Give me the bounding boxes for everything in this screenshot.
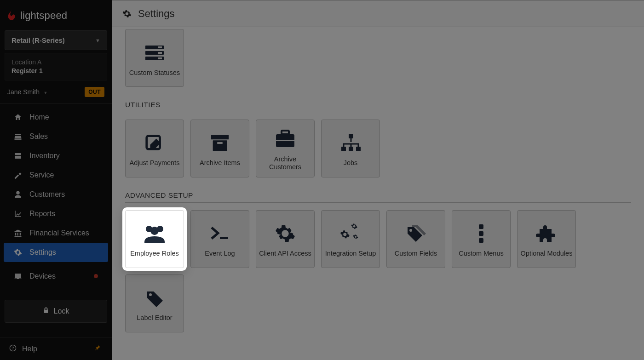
svg-rect-12 bbox=[282, 131, 289, 134]
card-archive-items[interactable]: Archive Items bbox=[190, 120, 249, 177]
lock-button[interactable]: Lock bbox=[5, 300, 107, 323]
svg-rect-5 bbox=[158, 46, 162, 48]
divider bbox=[125, 112, 631, 112]
sidebar-item-settings[interactable]: Settings bbox=[4, 243, 108, 262]
help-label: Help bbox=[22, 345, 37, 353]
svg-rect-7 bbox=[158, 57, 162, 59]
sidebar-item-label: Sales bbox=[29, 132, 48, 141]
card-integration-setup[interactable]: Integration Setup bbox=[321, 210, 380, 268]
sidebar-item-service[interactable]: Service bbox=[4, 166, 108, 185]
pin-button[interactable] bbox=[84, 337, 112, 360]
card-employee-roles[interactable]: Employee Roles bbox=[125, 210, 184, 268]
drawer-icon bbox=[14, 152, 22, 160]
users-icon bbox=[143, 221, 167, 246]
briefcase-icon bbox=[274, 127, 296, 152]
page-title: Settings bbox=[138, 8, 175, 20]
svg-point-23 bbox=[409, 229, 412, 232]
card-custom-menus[interactable]: Custom Menus bbox=[452, 210, 511, 268]
hammer-icon bbox=[14, 171, 22, 179]
svg-rect-22 bbox=[220, 237, 228, 239]
gear-icon bbox=[14, 248, 22, 257]
card-label: Custom Fields bbox=[395, 250, 437, 257]
card-client-api-access[interactable]: Client API Access bbox=[256, 210, 315, 268]
settings-content: Custom Statuses UTILITIES Adjust Payment… bbox=[112, 27, 644, 351]
user-icon bbox=[14, 190, 22, 199]
card-event-log[interactable]: Event Log bbox=[190, 210, 249, 268]
svg-rect-16 bbox=[341, 147, 346, 151]
lock-button-label: Lock bbox=[54, 307, 69, 315]
svg-rect-10 bbox=[213, 141, 227, 151]
sidebar-item-home[interactable]: Home bbox=[4, 108, 108, 127]
card-archive-customers[interactable]: Archive Customers bbox=[256, 120, 315, 177]
tags-icon bbox=[405, 221, 427, 246]
card-jobs[interactable]: Jobs bbox=[321, 120, 380, 177]
svg-rect-9 bbox=[211, 135, 229, 140]
svg-rect-25 bbox=[479, 231, 483, 236]
card-label: Label Editor bbox=[137, 314, 172, 322]
bank-icon bbox=[14, 229, 22, 237]
sidebar-item-label: Devices bbox=[29, 272, 56, 280]
alert-dot-icon bbox=[94, 274, 98, 278]
hierarchy-icon bbox=[339, 131, 362, 155]
help-icon: ? bbox=[9, 344, 17, 354]
shop-selector[interactable]: Retail (R-Series) ▼ bbox=[5, 30, 107, 50]
card-label: Custom Statuses bbox=[129, 69, 180, 76]
svg-rect-14 bbox=[276, 140, 294, 141]
sidebar-item-label: Inventory bbox=[29, 152, 60, 160]
svg-rect-15 bbox=[349, 134, 353, 138]
edit-box-icon bbox=[144, 131, 165, 155]
svg-rect-6 bbox=[158, 52, 162, 54]
section-title-advanced: ADVANCED SETUP bbox=[125, 191, 631, 200]
card-optional-modules[interactable]: Optional Modules bbox=[517, 210, 576, 268]
sidebar-item-label: Settings bbox=[29, 248, 56, 257]
brand-logo: lightspeed bbox=[0, 0, 112, 30]
sidebar-item-inventory[interactable]: Inventory bbox=[4, 146, 108, 166]
sidebar-item-sales[interactable]: Sales bbox=[4, 127, 108, 146]
home-icon bbox=[14, 113, 22, 121]
svg-point-27 bbox=[149, 293, 152, 296]
sidebar-footer: ? Help bbox=[0, 337, 112, 360]
sidebar-item-customers[interactable]: Customers bbox=[4, 185, 108, 204]
card-custom-statuses[interactable]: Custom Statuses bbox=[125, 29, 184, 87]
sidebar: lightspeed Retail (R-Series) ▼ Location … bbox=[0, 0, 112, 360]
card-label: Optional Modules bbox=[521, 250, 573, 257]
svg-text:?: ? bbox=[12, 346, 14, 350]
location-register-box[interactable]: Location A Register 1 bbox=[5, 53, 107, 80]
svg-rect-17 bbox=[349, 147, 353, 151]
svg-point-21 bbox=[150, 227, 159, 235]
sidebar-item-label: Service bbox=[29, 171, 54, 179]
svg-rect-26 bbox=[479, 238, 483, 243]
help-button[interactable]: ? Help bbox=[0, 337, 84, 360]
chart-icon bbox=[14, 210, 22, 218]
lock-icon bbox=[43, 307, 49, 316]
card-label: Archive Customers bbox=[259, 155, 311, 171]
flame-icon bbox=[6, 9, 17, 22]
card-adjust-payments[interactable]: Adjust Payments bbox=[125, 120, 184, 177]
terminal-icon bbox=[210, 221, 230, 246]
pin-icon bbox=[95, 344, 101, 354]
sidebar-item-label: Financial Services bbox=[29, 229, 89, 237]
shop-selector-label: Retail (R-Series) bbox=[12, 36, 65, 44]
clock-status-badge[interactable]: OUT bbox=[85, 87, 104, 97]
card-label: Archive Items bbox=[200, 159, 240, 167]
sidebar-item-financial-services[interactable]: Financial Services bbox=[4, 223, 108, 243]
register-icon bbox=[14, 132, 22, 141]
page-header: Settings bbox=[112, 0, 644, 27]
section-title-utilities: UTILITIES bbox=[125, 101, 631, 109]
card-label: Client API Access bbox=[259, 250, 311, 257]
card-custom-fields[interactable]: Custom Fields bbox=[386, 210, 445, 268]
register-name: Register 1 bbox=[12, 67, 100, 75]
svg-rect-11 bbox=[217, 142, 223, 144]
user-name: Jane Smith bbox=[7, 88, 40, 96]
card-label: Jobs bbox=[344, 159, 358, 167]
sidebar-item-devices[interactable]: Devices bbox=[4, 267, 108, 286]
card-label: Integration Setup bbox=[325, 250, 376, 257]
user-row[interactable]: Jane Smith ▼ OUT bbox=[0, 80, 112, 103]
tag-icon bbox=[144, 286, 165, 310]
sidebar-item-reports[interactable]: Reports bbox=[4, 204, 108, 223]
card-label: Adjust Payments bbox=[130, 159, 180, 167]
brand-name: lightspeed bbox=[20, 10, 67, 22]
gears-icon bbox=[339, 221, 362, 246]
svg-rect-18 bbox=[356, 147, 361, 151]
card-label-editor[interactable]: Label Editor bbox=[125, 274, 184, 332]
